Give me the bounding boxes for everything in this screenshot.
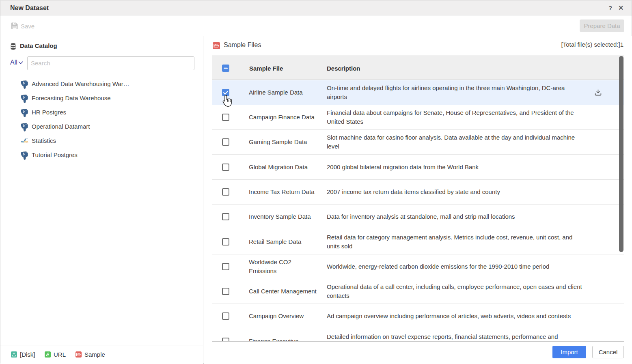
svg-text:SQL: SQL <box>24 140 28 143</box>
